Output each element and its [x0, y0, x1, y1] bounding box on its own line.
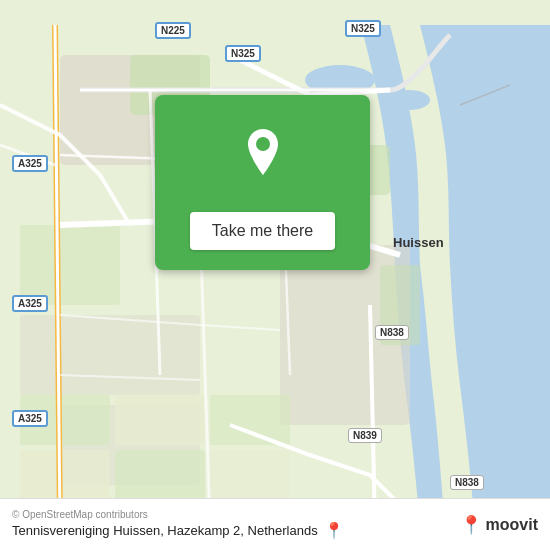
svg-rect-10	[20, 225, 120, 305]
road-label-n325-1: N325	[225, 45, 261, 62]
svg-rect-4	[20, 315, 200, 395]
road-label-a325-2: A325	[12, 295, 48, 312]
road-label-a325-3: A325	[12, 410, 48, 427]
svg-point-2	[390, 90, 430, 110]
bottom-bar: © OpenStreetMap contributors Tennisveren…	[0, 498, 550, 550]
location-pin-small-icon: 📍	[324, 521, 344, 540]
city-label-huissen: Huissen	[393, 235, 444, 250]
moovit-logo: 📍 moovit	[460, 514, 538, 536]
svg-rect-15	[210, 395, 290, 445]
moovit-pin-icon: 📍	[460, 514, 482, 536]
take-me-there-button[interactable]: Take me there	[190, 212, 335, 250]
svg-rect-12	[115, 395, 205, 445]
location-name-text: Tennisvereniging Huissen, Hazekamp 2, Ne…	[12, 521, 344, 540]
bottom-left-info: © OpenStreetMap contributors Tennisveren…	[12, 509, 344, 540]
road-label-n838-1: N838	[375, 325, 409, 340]
location-pin-icon	[236, 125, 290, 179]
map-container: N225 N325 N325 A325 A325 A325 N838 N838 …	[0, 0, 550, 550]
road-label-n838-2: N838	[450, 475, 484, 490]
road-label-n839: N839	[348, 428, 382, 443]
svg-point-17	[256, 137, 270, 151]
svg-rect-14	[115, 450, 205, 500]
road-label-a325-1: A325	[12, 155, 48, 172]
road-label-n225: N225	[155, 22, 191, 39]
road-label-n325-2: N325	[345, 20, 381, 37]
svg-rect-13	[20, 450, 110, 500]
svg-rect-5	[60, 405, 200, 485]
svg-point-1	[305, 65, 375, 95]
moovit-text: moovit	[486, 516, 538, 534]
svg-rect-16	[210, 450, 290, 500]
location-card: Take me there	[155, 95, 370, 270]
attribution-text: © OpenStreetMap contributors	[12, 509, 344, 520]
